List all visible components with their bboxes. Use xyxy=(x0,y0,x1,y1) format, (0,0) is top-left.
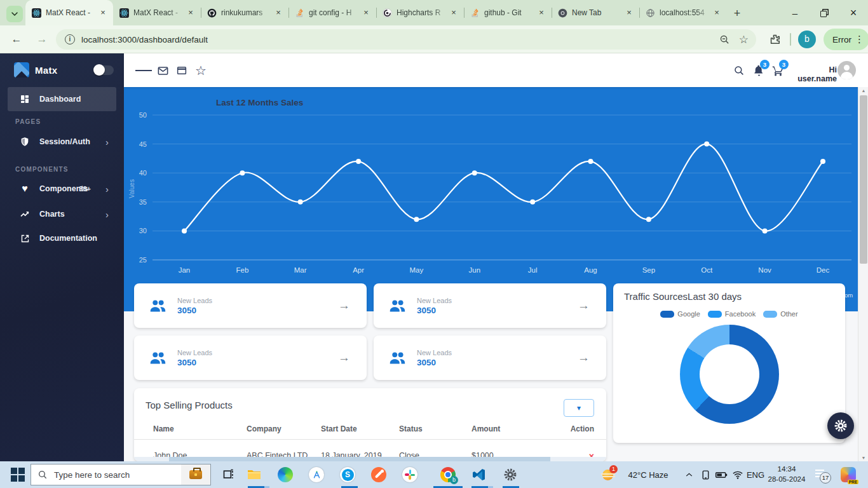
taskbar-chrome[interactable]: b xyxy=(439,461,457,488)
arrow-right-icon[interactable]: → xyxy=(338,299,350,313)
tray-wifi[interactable] xyxy=(729,461,746,488)
forward-button[interactable]: → xyxy=(33,30,51,48)
search-icon[interactable] xyxy=(731,62,747,79)
taskbar-vscode[interactable] xyxy=(470,461,488,488)
task-view-button[interactable] xyxy=(220,461,238,488)
brand[interactable]: Matx xyxy=(14,62,57,78)
tray-phone-link[interactable] xyxy=(698,461,713,488)
vscode-underline xyxy=(471,486,488,488)
gear-icon xyxy=(834,419,848,433)
weather-text[interactable]: 42°C Haze xyxy=(623,461,674,488)
favorites-star-icon[interactable]: ☆ xyxy=(193,62,209,79)
zoom-icon[interactable] xyxy=(719,34,730,45)
arrow-right-icon[interactable]: → xyxy=(578,299,590,313)
extensions-icon[interactable] xyxy=(769,33,781,48)
scrollbar-thumb[interactable] xyxy=(860,95,867,264)
svg-text:45: 45 xyxy=(139,140,147,148)
lead-card-label: New Leads xyxy=(177,349,338,356)
arrow-right-icon[interactable]: → xyxy=(338,351,350,365)
lead-card-3[interactable]: New Leads 3050 → xyxy=(134,336,367,380)
tab-close-icon[interactable]: × xyxy=(186,8,196,18)
lead-card-4[interactable]: New Leads 3050 → xyxy=(374,336,606,380)
taskbar-postman[interactable] xyxy=(370,461,388,488)
profile-avatar[interactable]: b xyxy=(798,30,816,48)
web-asset-icon[interactable] xyxy=(173,62,190,79)
windows-taskbar: Type here to search S xyxy=(0,461,868,488)
lead-card-1[interactable]: New Leads 3050 → xyxy=(134,283,367,328)
browser-tab-highcharts[interactable]: Highcharts R × xyxy=(376,0,464,25)
taskbar-app-store[interactable] xyxy=(308,461,325,488)
sidebar-mode-toggle[interactable] xyxy=(93,65,114,75)
browser-tab-github-so[interactable]: github - Git × xyxy=(464,0,552,25)
sidebar-item-documentation[interactable]: Documentation xyxy=(0,226,124,250)
sidebar-item-components[interactable]: ♥ Components 30+ › xyxy=(0,177,124,201)
mail-icon[interactable] xyxy=(154,62,171,79)
col-start-date: Start Date xyxy=(321,424,399,433)
sidebar-item-session-auth[interactable]: Session/Auth › xyxy=(0,130,124,154)
browser-menu-button[interactable]: Error ⋮ xyxy=(824,29,868,50)
site-info-icon[interactable]: i xyxy=(65,34,75,44)
legend-item-google[interactable]: Google xyxy=(660,310,700,318)
tray-chevron-up[interactable] xyxy=(681,461,696,488)
tab-close-icon[interactable]: × xyxy=(273,8,283,18)
traffic-donut-chart[interactable] xyxy=(680,325,779,424)
bookmark-star-icon[interactable]: ☆ xyxy=(739,34,749,45)
close-window-button[interactable]: × xyxy=(839,0,868,25)
arrow-right-icon[interactable]: → xyxy=(578,351,590,365)
sidebar-item-dashboard[interactable]: Dashboard xyxy=(8,87,116,111)
table-filter-dropdown[interactable]: ▾ xyxy=(564,399,594,417)
browser-tab-git-config[interactable]: git config - H × xyxy=(288,0,376,25)
browser-tab-matx-1[interactable]: MatX React - × xyxy=(25,0,113,25)
notification-count-badge: 3 xyxy=(760,60,770,69)
hscroll-thumb[interactable] xyxy=(169,457,550,461)
tab-search-button[interactable] xyxy=(6,6,23,22)
scroll-down-icon[interactable]: ▼ xyxy=(858,456,868,460)
copilot-button[interactable]: PRE xyxy=(837,461,859,488)
tab-close-icon[interactable]: × xyxy=(98,8,108,18)
tab-close-icon[interactable]: × xyxy=(536,8,546,18)
theme-settings-fab[interactable] xyxy=(827,412,854,439)
user-avatar[interactable] xyxy=(837,61,856,79)
new-tab-button[interactable]: + xyxy=(729,6,745,22)
tray-clock[interactable]: 14:34 28-05-2024 xyxy=(766,464,807,484)
taskbar-slack[interactable] xyxy=(401,461,419,488)
tab-close-icon[interactable]: × xyxy=(449,8,459,18)
taskbar-search-box[interactable]: Type here to search xyxy=(31,464,211,485)
lead-card-2[interactable]: New Leads 3050 → xyxy=(374,283,606,328)
back-button[interactable]: ← xyxy=(8,30,25,48)
scroll-up-icon[interactable]: ▲ xyxy=(858,88,868,93)
taskbar-skype[interactable]: S xyxy=(339,461,356,488)
url-text[interactable]: localhost:3000/dashboard/default xyxy=(81,35,719,44)
weather-button[interactable]: 1 xyxy=(599,461,619,488)
taskbar-file-explorer[interactable] xyxy=(245,461,263,488)
legend-item-other[interactable]: Other xyxy=(763,310,798,318)
cart-icon[interactable]: 3 xyxy=(770,62,786,79)
start-button[interactable] xyxy=(6,461,29,488)
browser-titlebar: MatX React - × MatX React - × rinkukumar… xyxy=(0,0,868,25)
restore-button[interactable] xyxy=(810,0,839,25)
sales-line-chart[interactable]: 253035404550JanFebMarAprMayJunJulAugSepO… xyxy=(124,87,858,311)
browser-tab-github-repo[interactable]: rinkukumars × xyxy=(201,0,288,25)
address-bar[interactable]: i localhost:3000/dashboard/default ☆ xyxy=(56,29,756,50)
shield-icon xyxy=(19,136,31,147)
browser-tab-new-tab[interactable]: New Tab × xyxy=(552,0,639,25)
tray-language[interactable]: ENG xyxy=(745,461,766,488)
table-horizontal-scrollbar[interactable] xyxy=(134,457,606,461)
tab-close-icon[interactable]: × xyxy=(361,8,371,18)
page-scrollbar[interactable]: ▲ ▼ xyxy=(858,87,868,461)
tab-close-icon[interactable]: × xyxy=(624,8,634,18)
search-highlight-button[interactable] xyxy=(181,464,210,485)
sidebar-item-charts[interactable]: Charts › xyxy=(0,202,124,226)
minimize-button[interactable]: – xyxy=(780,0,810,25)
notification-center-button[interactable]: 17 xyxy=(812,461,834,488)
notification-count: 17 xyxy=(820,472,831,484)
notifications-bell-icon[interactable]: 3 xyxy=(750,62,767,79)
legend-item-facebook[interactable]: Facebook xyxy=(708,310,756,318)
taskbar-edge[interactable] xyxy=(276,461,294,488)
browser-tab-localhost[interactable]: localhost:554 × xyxy=(639,0,727,25)
taskbar-settings[interactable] xyxy=(501,461,519,488)
menu-toggle-icon[interactable] xyxy=(135,62,152,79)
browser-tab-matx-2[interactable]: MatX React - × xyxy=(113,0,201,25)
tab-close-icon[interactable]: × xyxy=(712,8,722,18)
tray-battery[interactable] xyxy=(713,461,729,488)
